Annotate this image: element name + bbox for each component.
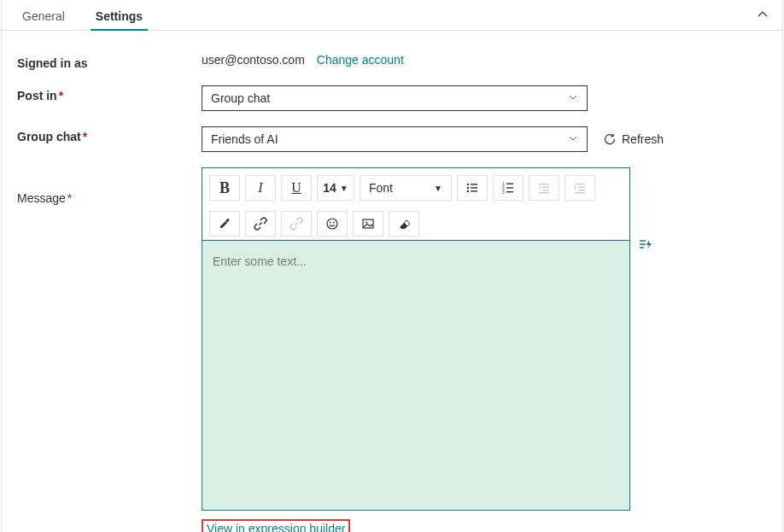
svg-rect-17 [578, 187, 585, 188]
signed-in-email: user@contoso.com [202, 53, 305, 67]
link-icon [254, 217, 267, 231]
svg-rect-16 [575, 184, 585, 184]
svg-rect-7 [506, 184, 513, 184]
svg-point-2 [467, 187, 469, 189]
row-message: Message* B I U 14▼ Font▼ [17, 167, 767, 532]
svg-rect-12 [539, 184, 549, 184]
eraser-button[interactable] [389, 211, 419, 237]
tab-settings[interactable]: Settings [91, 3, 148, 30]
required-marker: * [83, 130, 87, 143]
svg-rect-13 [542, 187, 549, 188]
rich-text-editor: B I U 14▼ Font▼ [202, 167, 630, 511]
form-body: Signed in as user@contoso.com Change acc… [2, 31, 782, 532]
image-button[interactable] [353, 211, 383, 237]
svg-rect-5 [471, 190, 477, 191]
number-list-icon: 1 2 3 [501, 181, 515, 195]
svg-rect-15 [539, 192, 549, 193]
svg-point-25 [366, 222, 367, 224]
number-list-button[interactable]: 1 2 3 [493, 175, 524, 201]
message-label: Message* [17, 167, 202, 205]
chevron-down-icon [568, 91, 578, 105]
image-icon [361, 217, 375, 231]
svg-point-4 [467, 190, 469, 192]
underline-button[interactable]: U [281, 175, 312, 201]
required-marker: * [67, 191, 72, 205]
outdent-button[interactable] [529, 175, 559, 201]
post-in-select[interactable]: Group chat [202, 85, 588, 111]
required-marker: * [59, 89, 63, 102]
settings-panel: General Settings Signed in as user@conto… [1, 0, 783, 532]
row-signed-in: Signed in as user@contoso.com Change acc… [17, 53, 767, 70]
indent-button[interactable] [565, 175, 595, 201]
font-size-select[interactable]: 14▼ [317, 175, 354, 201]
svg-rect-19 [575, 192, 585, 193]
link-button[interactable] [245, 211, 276, 237]
view-expression-builder-link[interactable]: View in expression builder [202, 519, 350, 532]
svg-rect-20 [225, 219, 230, 223]
chevron-up-icon [757, 9, 769, 20]
group-chat-select[interactable]: Friends of AI [202, 126, 588, 152]
svg-rect-1 [471, 184, 477, 184]
row-post-in: Post in* Group chat [17, 85, 767, 111]
bold-button[interactable]: B [209, 175, 240, 201]
indent-icon [573, 181, 587, 195]
post-in-label: Post in* [17, 85, 202, 102]
lightning-icon [638, 237, 653, 252]
emoji-icon [325, 217, 339, 231]
unlink-icon [290, 217, 303, 231]
color-picker-button[interactable] [209, 211, 240, 237]
collapse-panel-button[interactable] [755, 7, 770, 22]
font-name-select[interactable]: Font▼ [360, 175, 452, 201]
chevron-down-icon [568, 132, 578, 146]
group-chat-label: Group chat* [17, 126, 202, 143]
group-chat-value: Friends of AI [211, 132, 278, 146]
outdent-icon [537, 181, 551, 195]
svg-rect-14 [542, 190, 549, 190]
post-in-value: Group chat [211, 91, 270, 105]
bullet-list-button[interactable] [457, 175, 488, 201]
svg-text:3: 3 [502, 190, 505, 195]
refresh-label: Refresh [622, 132, 664, 146]
signed-in-label: Signed in as [17, 53, 202, 70]
dynamic-content-button[interactable] [637, 236, 654, 253]
refresh-icon [603, 132, 617, 146]
svg-point-0 [467, 184, 469, 185]
svg-rect-18 [578, 190, 585, 190]
tab-general[interactable]: General [17, 3, 70, 30]
emoji-button[interactable] [317, 211, 348, 237]
svg-rect-11 [506, 191, 513, 192]
svg-point-22 [330, 222, 331, 224]
unlink-button[interactable] [281, 211, 312, 237]
message-textarea[interactable]: Enter some text... [202, 240, 629, 510]
tab-strip: General Settings [2, 0, 782, 31]
row-group-chat: Group chat* Friends of AI Refresh [17, 126, 767, 152]
refresh-button[interactable]: Refresh [603, 132, 664, 146]
svg-rect-3 [471, 187, 477, 188]
eyedropper-icon [218, 217, 231, 231]
bullet-list-icon [465, 181, 479, 195]
svg-point-21 [327, 219, 337, 229]
svg-rect-9 [506, 187, 513, 188]
editor-toolbar: B I U 14▼ Font▼ [202, 168, 629, 240]
eraser-icon [397, 217, 411, 231]
svg-point-23 [333, 222, 335, 224]
italic-button[interactable]: I [245, 175, 276, 201]
change-account-link[interactable]: Change account [317, 53, 404, 67]
